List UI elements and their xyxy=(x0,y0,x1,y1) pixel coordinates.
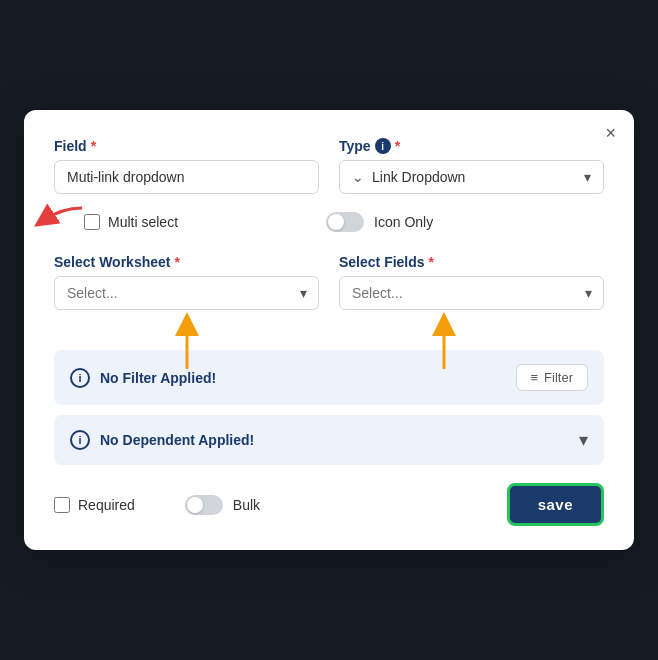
icon-only-toggle-item: Icon Only xyxy=(326,212,433,232)
required-checkbox[interactable] xyxy=(54,497,70,513)
type-required-star: * xyxy=(395,138,400,154)
bulk-toggle[interactable] xyxy=(185,495,223,515)
fields-select[interactable] xyxy=(339,276,604,310)
filter-info: i No Filter Applied! xyxy=(70,368,216,388)
modal-overlay: × Field* Type i * ⌄ Link Dropdown ▾ xyxy=(0,0,658,660)
icon-only-toggle[interactable] xyxy=(326,212,364,232)
link-dropdown-icon: ⌄ xyxy=(352,169,364,185)
worksheet-select-wrapper: ▾ xyxy=(54,276,319,310)
type-chevron-icon: ▾ xyxy=(584,169,591,185)
worksheet-required-star: * xyxy=(174,254,179,270)
fields-label: Select Fields* xyxy=(339,254,604,270)
fields-select-wrapper: ▾ xyxy=(339,276,604,310)
no-filter-text: No Filter Applied! xyxy=(100,370,216,386)
bulk-toggle-knob xyxy=(187,497,203,513)
checkbox-row: Multi select Icon Only xyxy=(84,212,604,232)
worksheet-label: Select Worksheet* xyxy=(54,254,319,270)
required-label: Required xyxy=(78,497,135,513)
red-arrow xyxy=(32,200,87,240)
multi-select-checkbox[interactable] xyxy=(84,214,100,230)
bulk-label: Bulk xyxy=(233,497,260,513)
modal: × Field* Type i * ⌄ Link Dropdown ▾ xyxy=(24,110,634,550)
type-label: Type i * xyxy=(339,138,604,154)
fields-required-star: * xyxy=(429,254,434,270)
dependent-info-icon: i xyxy=(70,430,90,450)
worksheet-select[interactable] xyxy=(54,276,319,310)
required-checkbox-item: Required xyxy=(54,497,135,513)
no-dependent-text: No Dependent Applied! xyxy=(100,432,254,448)
save-button[interactable]: save xyxy=(507,483,604,526)
field-col: Field* xyxy=(54,138,319,194)
close-button[interactable]: × xyxy=(605,124,616,142)
field-type-row: Field* Type i * ⌄ Link Dropdown ▾ xyxy=(54,138,604,194)
dependent-info: i No Dependent Applied! xyxy=(70,430,254,450)
filter-lines-icon: ≡ xyxy=(531,370,539,385)
multi-select-checkbox-item: Multi select xyxy=(84,214,178,230)
type-select[interactable]: ⌄ Link Dropdown ▾ xyxy=(339,160,604,194)
type-value: Link Dropdown xyxy=(372,169,584,185)
fields-col: Select Fields* ▾ xyxy=(339,254,604,310)
worksheet-col: Select Worksheet* ▾ xyxy=(54,254,319,310)
worksheet-fields-row: Select Worksheet* ▾ Select Fields* ▾ xyxy=(54,254,604,310)
dependent-section: i No Dependent Applied! ▾ xyxy=(54,415,604,465)
field-required-star: * xyxy=(91,138,96,154)
type-info-icon[interactable]: i xyxy=(375,138,391,154)
filter-section: i No Filter Applied! ≡ Filter xyxy=(54,350,604,405)
filter-info-icon: i xyxy=(70,368,90,388)
bottom-row: Required Bulk save xyxy=(54,483,604,526)
icon-only-label: Icon Only xyxy=(374,214,433,230)
multi-select-label: Multi select xyxy=(108,214,178,230)
dependent-chevron-icon[interactable]: ▾ xyxy=(579,429,588,451)
bulk-toggle-item: Bulk xyxy=(185,495,260,515)
toggle-knob xyxy=(328,214,344,230)
field-label: Field* xyxy=(54,138,319,154)
filter-button[interactable]: ≡ Filter xyxy=(516,364,588,391)
field-input[interactable] xyxy=(54,160,319,194)
type-col: Type i * ⌄ Link Dropdown ▾ xyxy=(339,138,604,194)
